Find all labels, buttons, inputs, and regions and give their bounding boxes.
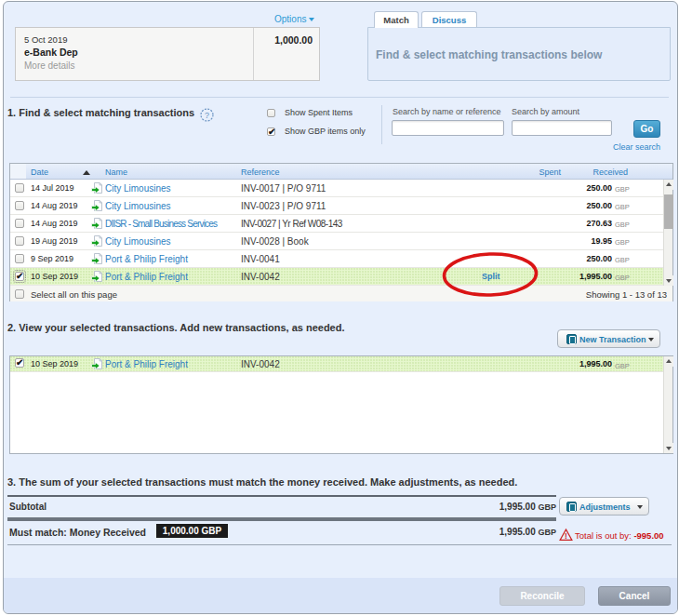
svg-text:!: ! [565, 531, 567, 541]
svg-text:?: ? [205, 111, 209, 120]
